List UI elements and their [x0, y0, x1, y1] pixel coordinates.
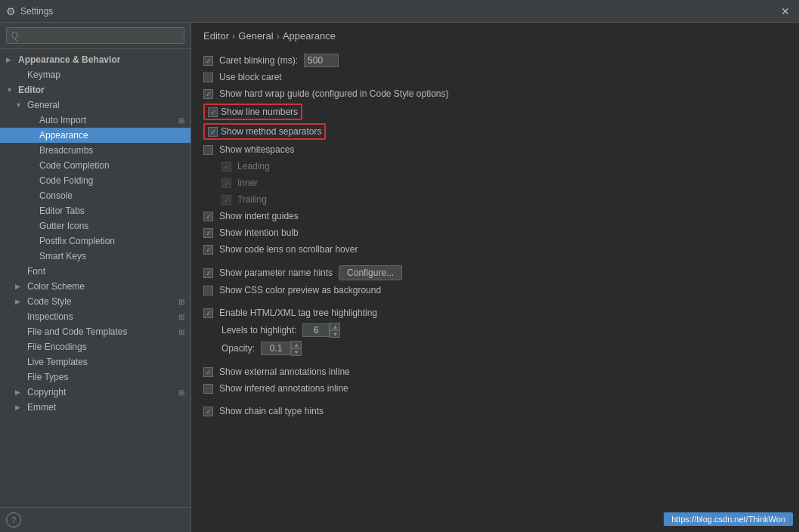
label-levels-to-highlight: Levels to highlight:	[221, 325, 296, 336]
sidebar-item-label: Auto Import	[39, 115, 175, 125]
sidebar-item-smart-keys[interactable]: Smart Keys	[0, 249, 190, 264]
checkbox-show-css-color[interactable]	[203, 286, 213, 295]
sidebar-item-file-types[interactable]: File Types	[0, 370, 190, 385]
expand-arrow: ▶	[15, 283, 24, 290]
checkbox-leading[interactable]	[221, 162, 231, 172]
label-show-code-lens: Show code lens on scrollbar hover	[219, 244, 358, 255]
spinner-up-opacity[interactable]: ▲	[291, 341, 302, 348]
expand-arrow: ▼	[6, 86, 15, 94]
expand-arrow: ▶	[6, 56, 15, 63]
expand-arrow: ▶	[15, 388, 24, 396]
sidebar-item-auto-import[interactable]: Auto Import ⊞	[0, 113, 190, 128]
input-opacity[interactable]	[261, 342, 291, 355]
breadcrumb-separator: ›	[277, 30, 280, 42]
checkbox-show-hard-wrap[interactable]	[203, 89, 213, 99]
checkbox-show-parameter-hints[interactable]	[203, 268, 213, 278]
input-caret-blinking[interactable]	[304, 54, 339, 67]
sidebar-item-label: Font	[27, 266, 184, 277]
label-opacity: Opacity:	[221, 343, 255, 354]
setting-show-code-lens: Show code lens on scrollbar hover	[203, 241, 787, 258]
app-icon: ⚙	[6, 5, 16, 17]
sidebar-item-inspections[interactable]: Inspections ⊞	[0, 309, 190, 324]
input-levels[interactable]	[302, 323, 330, 337]
sidebar-item-font[interactable]: Font	[0, 264, 190, 279]
search-input[interactable]	[6, 27, 184, 44]
sidebar-item-file-code-templates[interactable]: File and Code Templates ⊞	[0, 324, 190, 339]
checkbox-use-block-caret[interactable]	[203, 73, 213, 82]
highlight-box-2: Show method separators	[203, 123, 326, 140]
label-inner: Inner	[237, 178, 258, 188]
setting-show-inferred-annotations: Show inferred annotations inline	[203, 380, 787, 397]
expand-arrow: ▶	[15, 298, 24, 305]
sidebar-item-editor-tabs[interactable]: Editor Tabs	[0, 203, 190, 218]
setting-show-css-color: Show CSS color preview as background	[203, 282, 787, 298]
setting-leading: Leading	[203, 158, 787, 175]
checkbox-show-external-annotations[interactable]	[203, 367, 213, 377]
label-show-intention-bulb: Show intention bulb	[219, 227, 299, 238]
label-caret-blinking: Caret blinking (ms):	[219, 55, 298, 66]
sidebar-item-label: Appearance	[39, 130, 184, 141]
checkbox-show-whitespaces[interactable]	[203, 145, 213, 155]
setting-show-parameter-hints: Show parameter name hints Configure...	[203, 264, 787, 282]
sidebar-item-keymap[interactable]: Keymap	[0, 67, 190, 82]
external-icon: ⊞	[178, 313, 184, 321]
sidebar-item-general[interactable]: ▼ General	[0, 97, 190, 113]
checkbox-show-line-numbers[interactable]	[208, 107, 218, 117]
label-use-block-caret: Use block caret	[219, 72, 282, 82]
sidebar-item-file-encodings[interactable]: File Encodings	[0, 339, 190, 354]
checkbox-show-chain-call[interactable]	[203, 407, 213, 416]
checkbox-inner[interactable]	[221, 178, 231, 188]
checkbox-caret-blinking[interactable]	[203, 56, 213, 66]
sidebar-item-code-style[interactable]: ▶ Code Style ⊞	[0, 294, 190, 309]
opacity-spinner-wrap: ▲ ▼	[261, 341, 302, 356]
label-show-css-color: Show CSS color preview as background	[219, 285, 381, 295]
setting-levels-to-highlight: Levels to highlight: ▲ ▼	[203, 321, 787, 339]
sidebar-item-live-templates[interactable]: Live Templates	[0, 354, 190, 370]
setting-show-whitespaces: Show whitespaces	[203, 141, 787, 158]
sidebar-item-gutter-icons[interactable]: Gutter Icons	[0, 218, 190, 234]
setting-show-chain-call: Show chain call type hints	[203, 403, 787, 419]
sidebar-item-color-scheme[interactable]: ▶ Color Scheme	[0, 279, 190, 294]
external-icon: ⊞	[178, 116, 184, 125]
spinner-down[interactable]: ▼	[330, 330, 340, 338]
setting-enable-html-xml: Enable HTML/XML tag tree highlighting	[203, 305, 787, 321]
sidebar-item-code-completion[interactable]: Code Completion	[0, 158, 190, 173]
checkbox-show-inferred-annotations[interactable]	[203, 384, 213, 394]
label-show-method-separators: Show method separators	[221, 126, 321, 137]
breadcrumb-part-editor: Editor	[203, 30, 229, 42]
sidebar-item-breadcrumbs[interactable]: Breadcrumbs	[0, 143, 190, 158]
spinner-down-opacity[interactable]: ▼	[291, 348, 302, 356]
label-trailing: Trailing	[237, 194, 267, 205]
sidebar-item-label: Editor Tabs	[39, 206, 184, 216]
sidebar-item-appearance-behavior[interactable]: ▶ Appearance & Behavior	[0, 52, 190, 67]
sidebar-item-emmet[interactable]: ▶ Emmet	[0, 400, 190, 415]
setting-trailing: Trailing	[203, 191, 787, 208]
configure-button[interactable]: Configure...	[339, 265, 402, 280]
sidebar-item-code-folding[interactable]: Code Folding	[0, 173, 190, 188]
breadcrumb-part-general: General	[238, 30, 273, 42]
label-show-inferred-annotations: Show inferred annotations inline	[219, 383, 348, 394]
window-title: Settings	[20, 6, 773, 17]
sidebar-item-appearance[interactable]: Appearance	[0, 128, 190, 143]
label-show-hard-wrap: Show hard wrap guide (configured in Code…	[219, 88, 449, 99]
sidebar-item-label: Live Templates	[27, 357, 184, 367]
sidebar-item-label: Color Scheme	[27, 281, 184, 292]
gap-1	[203, 258, 787, 264]
help-button[interactable]: ?	[6, 512, 21, 527]
checkbox-show-method-separators[interactable]	[208, 127, 218, 137]
gap-3	[203, 357, 787, 363]
setting-opacity: Opacity: ▲ ▼	[203, 339, 787, 357]
sidebar-tree: ▶ Appearance & Behavior Keymap ▼ Editor …	[0, 49, 190, 507]
checkbox-show-code-lens[interactable]	[203, 245, 213, 255]
sidebar-item-postfix-completion[interactable]: Postfix Completion	[0, 234, 190, 249]
checkbox-show-indent-guides[interactable]	[203, 212, 213, 221]
checkbox-enable-html-xml[interactable]	[203, 308, 213, 318]
gap-2	[203, 298, 787, 305]
checkbox-show-intention-bulb[interactable]	[203, 228, 213, 238]
spinner-up[interactable]: ▲	[330, 323, 340, 330]
close-button[interactable]: ✕	[778, 4, 793, 19]
sidebar-item-copyright[interactable]: ▶ Copyright ⊞	[0, 385, 190, 400]
sidebar-item-console[interactable]: Console	[0, 188, 190, 203]
checkbox-trailing[interactable]	[221, 195, 231, 205]
sidebar-item-editor[interactable]: ▼ Editor	[0, 82, 190, 97]
